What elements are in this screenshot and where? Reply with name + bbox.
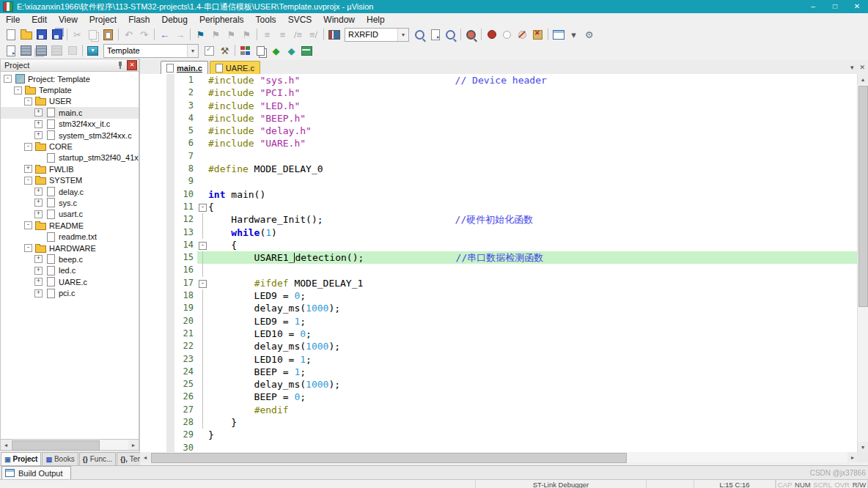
tree-item-readme[interactable]: -README <box>1 220 139 231</box>
paste-button[interactable] <box>100 28 116 42</box>
tab-main-c[interactable]: main.c <box>161 61 208 74</box>
indent-button[interactable]: ≡ <box>275 28 290 42</box>
minimize-button[interactable]: – <box>802 0 824 13</box>
tree-item-template[interactable]: -Template <box>1 84 139 95</box>
tree-item-user[interactable]: -USER <box>1 96 139 107</box>
fold-margin[interactable] <box>197 404 208 416</box>
menu-project[interactable]: Project <box>84 14 122 26</box>
breakpoint-margin[interactable] <box>166 429 174 441</box>
scroll-thumb[interactable] <box>12 440 100 451</box>
expand-icon[interactable]: - <box>14 86 22 95</box>
scroll-left-icon[interactable]: ◂ <box>140 452 150 462</box>
cut-button[interactable]: ✂ <box>70 28 85 42</box>
fold-collapse-icon[interactable]: - <box>199 204 207 212</box>
breakpoint-margin[interactable] <box>166 328 174 340</box>
expand-icon[interactable]: - <box>24 244 32 252</box>
breakpoint-margin[interactable] <box>166 125 174 137</box>
scroll-right-icon[interactable]: ▸ <box>128 440 139 450</box>
fold-margin[interactable] <box>197 340 208 352</box>
configure-tools-button[interactable]: ⚙ <box>581 28 597 42</box>
expand-icon[interactable]: + <box>34 108 43 117</box>
breakpoint-margin[interactable] <box>166 112 174 125</box>
tab-close-icon[interactable]: ✕ <box>859 64 865 71</box>
editor-hscrollbar[interactable]: ◂ ▸ <box>140 452 858 462</box>
download-to-flash-button[interactable] <box>85 44 100 58</box>
editor-vscrollbar[interactable]: ▴ ▾ <box>857 74 868 452</box>
panel-close-icon[interactable]: ✕ <box>127 60 137 70</box>
fold-margin[interactable]: - <box>197 201 208 213</box>
fold-margin[interactable] <box>197 175 208 188</box>
expand-icon[interactable]: + <box>34 131 43 139</box>
fold-margin[interactable]: - <box>197 277 208 289</box>
breakpoint-margin[interactable] <box>166 150 174 163</box>
fold-margin[interactable] <box>197 86 208 99</box>
fold-margin[interactable] <box>197 378 208 391</box>
fold-margin[interactable] <box>197 100 208 112</box>
fold-margin[interactable] <box>197 125 208 137</box>
insert-diamond-teal-button[interactable]: ◆ <box>284 44 299 58</box>
scroll-up-icon[interactable]: ▴ <box>858 74 868 84</box>
bookmark-prev-button[interactable]: ⚑ <box>208 28 224 42</box>
target-options-button[interactable]: ⚒ <box>217 44 232 58</box>
breakpoint-margin[interactable] <box>166 353 174 366</box>
breakpoint-margin[interactable] <box>166 302 174 314</box>
scroll-thumb[interactable] <box>858 86 868 307</box>
breakpoint-margin[interactable] <box>166 213 174 226</box>
breakpoint-margin[interactable] <box>166 201 174 213</box>
breakpoint-margin[interactable] <box>166 378 174 391</box>
breakpoint-margin[interactable] <box>166 188 174 201</box>
tree-item-stm32f4xx-it-c[interactable]: +stm32f4xx_it.c <box>1 119 139 130</box>
rebuild-target-button[interactable] <box>34 44 49 58</box>
fold-margin[interactable] <box>197 289 208 302</box>
menu-file[interactable]: File <box>0 14 26 26</box>
tree-item-main-c[interactable]: +main.c <box>1 107 139 118</box>
breakpoint-margin[interactable] <box>166 340 174 352</box>
breakpoint-margin[interactable] <box>166 277 174 289</box>
manage-project-items-button[interactable] <box>253 44 268 58</box>
menu-flash[interactable]: Flash <box>122 14 155 26</box>
batch-build-button[interactable] <box>49 44 65 58</box>
breakpoint-margin[interactable] <box>166 366 174 378</box>
save-all-button[interactable] <box>49 28 65 42</box>
tree-item-hardware[interactable]: -HARDWARE <box>1 243 139 254</box>
tree-item-readme-txt[interactable]: readme.txt <box>1 231 139 242</box>
find-in-files-button[interactable] <box>326 28 342 42</box>
expand-icon[interactable]: + <box>34 120 43 128</box>
translate-file-button[interactable] <box>3 44 18 58</box>
breakpoint-margin[interactable] <box>166 264 174 276</box>
breakpoint-margin[interactable] <box>166 289 174 302</box>
fold-margin[interactable] <box>197 163 208 175</box>
pin-icon[interactable] <box>116 61 125 70</box>
fold-margin[interactable] <box>197 264 208 276</box>
bookmark-next-button[interactable]: ⚑ <box>224 28 239 42</box>
fold-margin[interactable]: - <box>197 239 208 251</box>
project-hscrollbar[interactable]: ◂ ▸ <box>0 440 139 451</box>
fold-margin[interactable] <box>197 429 208 441</box>
find-text-combobox[interactable]: RXRFID▾ <box>345 28 409 42</box>
dropdown-small-button[interactable]: ▾ <box>566 28 581 42</box>
undo-button[interactable]: ↶ <box>121 28 136 42</box>
fold-margin[interactable] <box>197 302 208 314</box>
fold-margin[interactable] <box>197 226 208 239</box>
bookmark-toggle-button[interactable]: ⚑ <box>193 28 208 42</box>
tree-item-beep-c[interactable]: +beep.c <box>1 254 139 265</box>
bookmark-clear-all-button[interactable]: ⚑ <box>239 28 254 42</box>
expand-icon[interactable]: + <box>34 267 43 275</box>
breakpoint-margin[interactable] <box>166 226 174 239</box>
menu-view[interactable]: View <box>53 14 84 26</box>
tab-build-output[interactable]: Build Output <box>1 466 71 480</box>
tab-list-dropdown-icon[interactable]: ▾ <box>850 64 854 71</box>
menu-debug[interactable]: Debug <box>156 14 194 26</box>
new-file-button[interactable] <box>3 28 18 42</box>
breakpoint-margin[interactable] <box>166 391 174 403</box>
code-editor[interactable]: 1#include "sys.h" // Device header2#incl… <box>140 74 858 452</box>
unindent-button[interactable]: ≡ <box>260 28 275 42</box>
tree-item-delay-c[interactable]: +delay.c <box>1 186 139 197</box>
tree-item-project-template[interactable]: -Project: Template <box>1 73 139 84</box>
expand-icon[interactable]: + <box>34 278 43 286</box>
expand-icon[interactable]: + <box>34 188 43 196</box>
breakpoint-margin[interactable] <box>166 239 174 251</box>
fold-collapse-icon[interactable]: - <box>199 242 207 250</box>
tree-item-usart-c[interactable]: +usart.c <box>1 209 139 220</box>
scroll-right-icon[interactable]: ▸ <box>847 452 858 462</box>
